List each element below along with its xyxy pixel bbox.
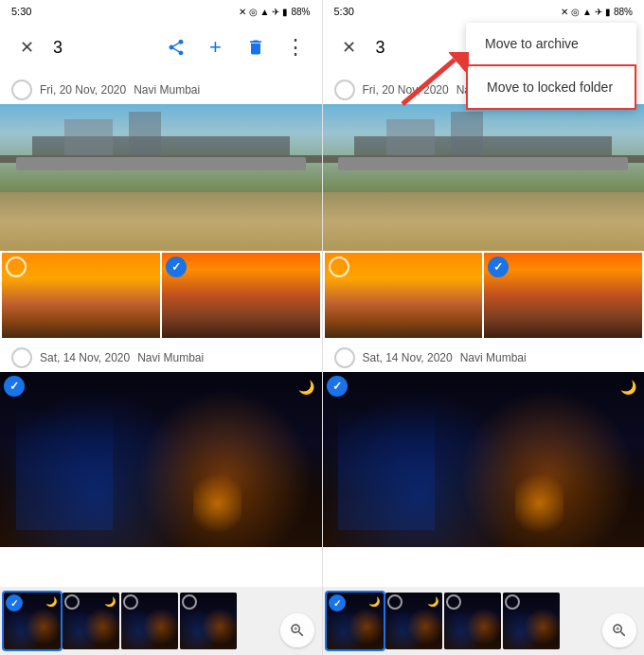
thumbnail-row-nov20-right xyxy=(323,251,645,340)
moon-icon-left: 🌙 xyxy=(298,380,314,395)
wifi-icon: ▲ xyxy=(260,7,270,17)
more-button[interactable]: ⋮ xyxy=(277,28,314,66)
date-label-nov20-right: Fri, 20 Nov, 2020 xyxy=(363,83,449,97)
moon-icon-right: 🌙 xyxy=(620,380,636,395)
check-nov20-1[interactable] xyxy=(6,257,27,277)
wifi-icon-r: ▲ xyxy=(582,7,592,17)
strip-thumb-2[interactable]: 🌙 xyxy=(63,593,119,649)
zoom-button-left[interactable] xyxy=(280,613,314,647)
bottom-strip-left: ✓ 🌙 🌙 xyxy=(0,587,322,655)
delete-button[interactable] xyxy=(237,28,275,66)
move-to-locked-folder-item[interactable]: Move to locked folder xyxy=(466,64,636,110)
move-to-archive-item[interactable]: Move to archive xyxy=(466,23,636,64)
city-train-photo[interactable] xyxy=(0,104,322,251)
airplane-icon-r: ✈ xyxy=(595,7,602,17)
thumb-sunset-selected-right[interactable] xyxy=(484,253,642,338)
share-button[interactable] xyxy=(157,28,195,66)
status-bar-right: 5:30 ✕ ◎ ▲ ✈ ▮ 88% xyxy=(323,0,645,23)
city-train-photo-right[interactable] xyxy=(323,104,645,251)
strip-thumb-4[interactable] xyxy=(180,593,237,649)
selected-check-night-left[interactable]: ✓ xyxy=(4,376,25,397)
strip-thumb-1[interactable]: ✓ 🌙 xyxy=(4,593,61,649)
location-nov14-right: Navi Mumbai xyxy=(460,351,527,364)
status-bar-left: 5:30 ✕ ◎ ▲ ✈ ▮ 88% xyxy=(0,0,322,23)
thumb-sunset-unselected-right[interactable] xyxy=(325,253,483,338)
date-section-nov14-right: Sat, 14 Nov, 2020 Navi Mumbai xyxy=(323,340,645,372)
battery-icon: ▮ xyxy=(282,7,288,17)
date-section-nov20: Fri, 20 Nov, 2020 Navi Mumbai xyxy=(0,72,322,104)
toolbar-actions: + ⋮ xyxy=(157,28,314,66)
location-icon: ◎ xyxy=(249,7,258,17)
check-nov20-1-right[interactable] xyxy=(329,257,349,277)
date-label-nov14: Sat, 14 Nov, 2020 xyxy=(40,351,130,364)
strip-thumb-r1[interactable]: ✓ 🌙 xyxy=(327,593,384,649)
battery-pct-left: 88% xyxy=(291,7,310,17)
content-left: Fri, 20 Nov, 2020 Navi Mumbai xyxy=(0,72,322,587)
strip-thumb-3[interactable] xyxy=(121,593,178,649)
location-nov20: Navi Mumbai xyxy=(134,83,200,97)
date-circle-nov20-right[interactable] xyxy=(334,80,355,100)
selection-count-right: 3 xyxy=(376,38,476,58)
context-menu: Move to archive Move to locked folder xyxy=(466,23,636,110)
check-nov20-2[interactable] xyxy=(166,257,187,277)
strip-check-r1: ✓ xyxy=(329,594,346,611)
thumb-sunset-unselected[interactable] xyxy=(2,253,160,338)
thumb-sunset-selected[interactable] xyxy=(162,253,320,338)
battery-icon-r: ▮ xyxy=(605,7,611,17)
strip-thumb-r3[interactable] xyxy=(444,593,501,649)
night-photo-left[interactable]: ✓ 🌙 xyxy=(0,372,322,547)
date-circle-nov14-right[interactable] xyxy=(334,347,355,368)
signal-icon: ✕ xyxy=(239,7,246,17)
close-button[interactable]: ✕ xyxy=(8,28,45,66)
date-label-nov20: Fri, 20 Nov, 2020 xyxy=(40,83,126,97)
status-icons-left: ✕ ◎ ▲ ✈ ▮ 88% xyxy=(239,7,311,17)
selection-count-left: 3 xyxy=(53,38,153,58)
strip-check-1: ✓ xyxy=(6,594,23,611)
strip-thumb-r4[interactable] xyxy=(503,593,560,649)
date-circle-nov14[interactable] xyxy=(11,347,32,368)
toolbar-left: ✕ 3 + ⋮ xyxy=(0,23,322,72)
signal-icon-r: ✕ xyxy=(561,7,568,17)
status-icons-right: ✕ ◎ ▲ ✈ ▮ 88% xyxy=(561,7,633,17)
night-photo-right[interactable]: ✓ 🌙 xyxy=(323,372,645,547)
thumbnail-row-nov20 xyxy=(0,251,322,340)
date-label-nov14-right: Sat, 14 Nov, 2020 xyxy=(363,351,453,364)
selected-check-night-right[interactable]: ✓ xyxy=(327,376,348,397)
time-right: 5:30 xyxy=(334,6,354,17)
strip-thumb-r2[interactable]: 🌙 xyxy=(385,593,442,649)
content-right: Fri, 20 Nov, 2020 Navi Mu... xyxy=(323,72,645,587)
bottom-strip-right: ✓ 🌙 🌙 xyxy=(323,587,645,655)
zoom-button-right[interactable] xyxy=(602,613,636,647)
left-panel: 5:30 ✕ ◎ ▲ ✈ ▮ 88% ✕ 3 + ⋮ Fri xyxy=(0,0,322,655)
add-button[interactable]: + xyxy=(197,28,235,66)
location-icon-r: ◎ xyxy=(571,7,580,17)
close-button-right[interactable]: ✕ xyxy=(331,28,368,66)
time-left: 5:30 xyxy=(11,6,31,17)
date-section-nov14: Sat, 14 Nov, 2020 Navi Mumbai xyxy=(0,340,322,372)
location-nov14: Navi Mumbai xyxy=(137,351,204,364)
date-circle-nov20[interactable] xyxy=(11,80,32,100)
right-panel: 5:30 ✕ ◎ ▲ ✈ ▮ 88% ✕ 3 + ⋮ Move to archi… xyxy=(323,0,645,655)
battery-pct-right: 88% xyxy=(614,7,633,17)
airplane-icon: ✈ xyxy=(272,7,279,17)
